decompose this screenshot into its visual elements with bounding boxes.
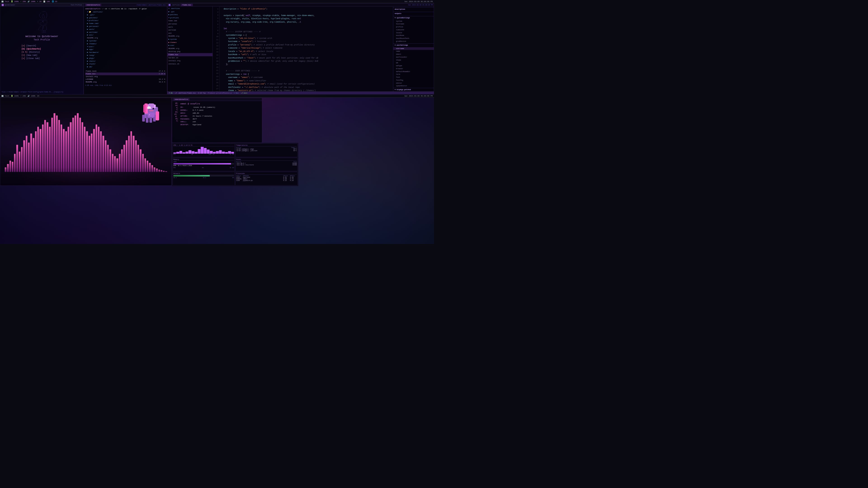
ft-hardware: ▶ hardware/ xyxy=(86,51,165,54)
eft-home-lab: home.lab xyxy=(167,19,213,22)
cpu-bar-item xyxy=(222,152,225,154)
wave-bar-item xyxy=(58,120,60,172)
ft-worklab: ▶ worklab/ xyxy=(86,31,165,34)
qb-profile-text: Tech Profile xyxy=(34,39,50,41)
temp-row-1: card0 (amdgpu): edge 49°C xyxy=(236,149,297,150)
temps-header: Device Temp(°) xyxy=(236,147,297,149)
esb-timezone: timezone xyxy=(393,29,434,31)
wave-bar-item xyxy=(54,113,55,172)
qb-menu: [o] [Search] [b] [Quickmarks] [S h] [His… xyxy=(22,44,62,60)
esb-editor: editor xyxy=(393,82,434,85)
proc-row-3: 3150 pipewire-pu 0.15 0.1% xyxy=(236,180,297,182)
ft-profiles: ▼ profiles/ xyxy=(86,19,165,22)
file-row-flakenix: flake.nix 2.26 K xyxy=(85,72,166,75)
qb-menu-search[interactable]: [o] [Search] xyxy=(22,44,62,47)
file-manager-body: emmet@snowfire ~/ cd ~/.dotfiles && ls -… xyxy=(84,6,167,94)
eft-patches: ▶ patches xyxy=(167,13,213,16)
file-manager-path: /home/emmet/.dotfiles/flake.nix xyxy=(136,4,166,6)
proc-header: PID(s) PROCESS CPU(%) MEM(%) xyxy=(236,175,297,177)
wave-bar-item xyxy=(26,136,27,172)
file-list: flake.lock 27.5 K flake.nix 2.26 K insta… xyxy=(85,70,166,84)
editor-gutter: 1 2 3 4 5 6 7 8 9 10 11 12 13 14 15 16 1 xyxy=(213,6,219,92)
neofetch-tab[interactable]: emmet@snowfire xyxy=(174,98,189,101)
net-stats: 36.0 10.5 0% xyxy=(174,177,234,178)
pixel-art-pony: ♦ xyxy=(135,102,167,129)
cpu-bar-item xyxy=(207,150,210,154)
sysmon-network: Network 36.0 10.5 0% xyxy=(173,172,235,186)
sysmon-processes-title: Processes xyxy=(236,173,297,175)
editor-lang: ✎ Nix xyxy=(234,92,239,94)
editor-active-tab[interactable]: flake.nix xyxy=(181,4,193,6)
status-wm: 🏢 Tech xyxy=(1,0,9,2)
ft-system: ▶ system/ xyxy=(86,39,165,42)
neofetch-body: WE| OS| K| Y| BI| UP| M| CN| S| emmet @ … xyxy=(172,101,262,142)
esb-browser: browser xyxy=(393,67,434,70)
status-datetime: Sat 2024-03-09 05:06:00 PM xyxy=(404,0,433,2)
eft-personal: personal xyxy=(167,22,213,26)
memory-bar-fill xyxy=(174,163,231,164)
eft-worklab: worklab xyxy=(167,29,213,32)
qb-welcome-text: Welcome to Qutebrowser xyxy=(25,35,58,38)
qb-menu-quickmarks[interactable]: [b] [Quickmarks] xyxy=(22,47,62,51)
qutebrowser-header: Q Qutebrowser Tech Profile xyxy=(0,3,84,6)
temp-row-2: card0 (amdgpu): junction 58°C xyxy=(236,150,297,152)
eft-flake-nix[interactable]: flake.nix xyxy=(167,53,213,56)
esb-term: term xyxy=(393,73,434,76)
qutebrowser-window: Q Qutebrowser Tech Profile .-""""-. / \ … xyxy=(0,3,84,94)
sysmon-memory-title: Memory xyxy=(174,159,234,161)
code-editor-panel: E .dotfiles flake.nix Sat 2024-03-09 05:… xyxy=(167,3,434,94)
esb-grubdevice: grubDevice xyxy=(393,40,434,43)
wave-bar-item xyxy=(86,131,88,172)
qb-menu-history[interactable]: [S h] [History] xyxy=(22,51,62,54)
proc-row-1: 2520 Hyprland 0.35 0.4% xyxy=(236,177,297,178)
cpu-bar-item xyxy=(188,150,191,154)
qutebrowser-panel: Q Qutebrowser Tech Profile .-""""-. / \ … xyxy=(0,3,84,94)
qb-status-bar: file:///home/emmet/.browser/Tech/config/… xyxy=(2,91,82,93)
net-bar-fill xyxy=(174,175,210,176)
status-mem: 💾 10G xyxy=(43,0,50,2)
esb-defaultroamdir: defaultRoamDir xyxy=(393,70,434,73)
file-row-license: LICENSE 34.2 K xyxy=(85,78,166,80)
eft-install-org: install.org xyxy=(167,59,213,62)
net-bar xyxy=(174,175,234,176)
wave-bar-item xyxy=(56,116,58,172)
file-manager-panel: emmet@snowfire /home/emmet/.dotfiles/fla… xyxy=(84,3,167,94)
wave-bar-item xyxy=(77,113,79,172)
ft-app: ▶ app/ xyxy=(86,48,165,51)
esb-locale: locale xyxy=(393,31,434,34)
status-battery: 🔋 100% xyxy=(11,0,19,2)
bottom-status-cpu: ⚡ 29% xyxy=(20,95,26,97)
bottom-status-datetime: Sat 2024-03-09 05:06:00 PM xyxy=(404,95,433,97)
esb-nixpkgs-patched: ▼ nixpkgs-patched xyxy=(393,88,434,92)
esb-systemsettings: ▼ systemSettings xyxy=(393,16,434,20)
ft-patches: ▶ patches/ xyxy=(86,17,165,20)
wave-bar-item xyxy=(133,136,134,172)
esb-bootmountpath: bootMountPath xyxy=(393,37,434,40)
sysmon-memory: Memory 100% EAM: 9S 5.7618/2.201B 0%s 0%… xyxy=(173,158,235,171)
sysmon-disks-title: Disks xyxy=(236,159,297,161)
esb-fontpkg: fontPkg xyxy=(393,79,434,82)
qb-menu-closetab[interactable]: [x] [Close tab] xyxy=(22,57,62,60)
editor-path-label: .dotfiles xyxy=(171,4,180,6)
file-manager-tab[interactable]: emmet@snowfire xyxy=(85,4,101,6)
eft-user-dir: ▶ user xyxy=(167,44,213,47)
svg-rect-3 xyxy=(154,105,156,108)
status-audio: 🔊 100% xyxy=(28,0,35,2)
file-row-flakelock: flake.lock 27.5 K xyxy=(85,70,166,72)
ft-wm: ▶ wm/ xyxy=(86,66,165,68)
wave-bar-item xyxy=(91,133,92,172)
ft-readme-org: README.org xyxy=(86,37,165,39)
svg-rect-12 xyxy=(143,105,146,112)
file-row-readmeorg: README.org 38.8 K xyxy=(85,80,166,84)
file-manager-header: emmet@snowfire /home/emmet/.dotfiles/fla… xyxy=(84,3,167,6)
sysmon-cpu: CPU ~ 1.53 1.14 0.78 0%s 11 AVG: 10 0: 0… xyxy=(173,143,235,157)
editor-producer: Producer.p/LibrePhoenix.p xyxy=(208,92,231,94)
wave-bar-item xyxy=(49,127,51,172)
neo-kernel-row: KERNEL: 6.7.7-zen1 xyxy=(180,109,260,112)
svg-rect-6 xyxy=(149,110,153,111)
svg-text:♦: ♦ xyxy=(149,114,150,116)
eft-harden-sh: harden.sh xyxy=(167,56,213,59)
file-status: 4.8M sum, 136k free 8/13 All xyxy=(85,84,166,87)
qb-menu-newtab[interactable]: [t] [New tab] xyxy=(22,54,62,57)
qutebrowser-body: .-""""-. / \ | () | | / \ | \ \__/ / '--… xyxy=(0,6,84,94)
